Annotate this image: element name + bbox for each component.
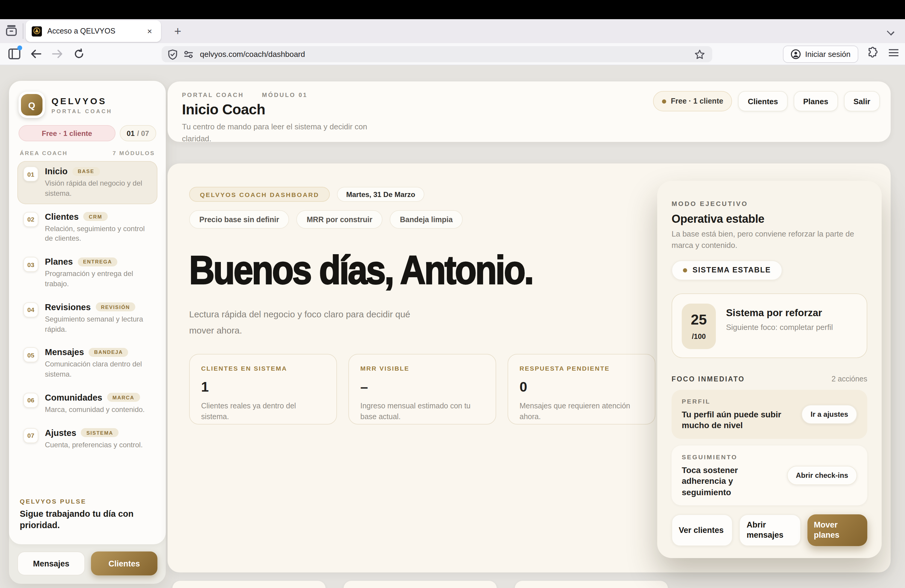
tab-overview-icon[interactable]: [5, 24, 19, 38]
module-tag: ENTREGA: [78, 257, 117, 266]
tab-title: Acceso a QELVYOS: [47, 27, 144, 35]
sidebar-card: Q QELVYOS PORTAL COACH Free · 1 cliente …: [9, 81, 166, 544]
sidebar-mensajes-button[interactable]: Mensajes: [17, 551, 85, 575]
new-tab-button[interactable]: +: [171, 24, 185, 38]
tab-active[interactable]: Acceso a QELVYOS ×: [26, 21, 161, 42]
notification-dot: [17, 46, 22, 50]
sidebar-item-planes[interactable]: 03 PlanesENTREGA Programación y entrega …: [17, 251, 157, 294]
module-list: 01 InicioBASE Visión rápida del negocio …: [17, 161, 157, 494]
sidebar-clientes-button[interactable]: Clientes: [91, 551, 157, 575]
exec-eyebrow: MODO EJECUTIVO: [672, 200, 867, 207]
brand: Q QELVYOS PORTAL COACH: [19, 92, 156, 118]
url-bar[interactable]: qelvyos.com/coach/dashboard: [162, 46, 712, 62]
module-tag: CRM: [84, 212, 108, 221]
progress-current: 01: [127, 129, 135, 137]
module-tag: BANDEJA: [89, 348, 129, 357]
menu-bar: [0, 0, 905, 19]
action-card-seguimiento: SEGUIMIENTO Toca sostener adherencia y s…: [672, 445, 867, 505]
sidebar-item-clientes[interactable]: 02 ClientesCRM Relación, seguimiento y c…: [17, 206, 157, 249]
sidebar: Q QELVYOS PORTAL COACH Free · 1 cliente …: [9, 81, 166, 584]
dashboard-chip: QELVYOS COACH DASHBOARD: [189, 187, 330, 202]
back-button-icon[interactable]: [29, 47, 43, 61]
login-label: Iniciar sesión: [805, 50, 851, 59]
divider: [23, 23, 23, 39]
permissions-sliders-icon[interactable]: [183, 50, 194, 58]
greeting-subtitle: Lectura rápida del negocio y foco claro …: [189, 306, 429, 338]
sidebar-item-revisiones[interactable]: 04 RevisionesREVISIÓN Seguimiento semana…: [17, 297, 157, 340]
executive-panel: MODO EJECUTIVO Operativa estable La base…: [657, 181, 882, 558]
abrir-mensajes-button[interactable]: Abrir mensajes: [740, 514, 801, 546]
sidebar-item-comunidades[interactable]: 06 ComunidadesMARCA Marca, comunidad y c…: [17, 388, 157, 420]
sidebar-item-mensajes[interactable]: 05 MensajesBANDEJA Comunicación clara de…: [17, 342, 157, 385]
below-fold-card: [344, 581, 497, 588]
brand-subtitle: PORTAL COACH: [51, 108, 112, 114]
stat-mrr-card: MRR VISIBLE – Ingreso mensual estimado c…: [348, 354, 496, 424]
page-header: PORTAL COACH MÓDULO 01 Inicio Coach Tu c…: [168, 81, 891, 142]
score-card: 25 /100 Sistema por reforzar Siguiente f…: [672, 293, 867, 358]
account-icon: [791, 49, 801, 59]
header-clientes-button[interactable]: Clientes: [738, 91, 788, 111]
header-salir-button[interactable]: Salir: [844, 91, 880, 111]
browser-toolbar: qelvyos.com/coach/dashboard Iniciar sesi…: [0, 43, 905, 65]
foco-label: FOCO INMEDIATO: [672, 375, 745, 382]
module-tag: BASE: [72, 167, 100, 176]
status-dot: [662, 99, 666, 103]
reload-button-icon[interactable]: [72, 47, 86, 61]
shield-icon[interactable]: [168, 49, 178, 60]
tab-strip: Acceso a QELVYOS × +: [0, 19, 905, 43]
extensions-puzzle-icon[interactable]: [867, 47, 879, 58]
score-subtitle: Siguiente foco: completar perfil: [726, 323, 833, 331]
exec-title: Operativa estable: [672, 213, 867, 226]
pulse-block: QELVYOS PULSE Sigue trabajando tu día co…: [20, 498, 155, 531]
brand-name: QELVYOS: [51, 95, 112, 106]
sidebar-item-ajustes[interactable]: 07 AjustesSISTEMA Cuenta, preferencias y…: [17, 423, 157, 456]
system-status-pill: SISTEMA ESTABLE: [672, 260, 782, 280]
menu-hamburger-icon[interactable]: [888, 48, 899, 57]
eyebrow-modulo: MÓDULO 01: [262, 92, 308, 98]
module-tag: MARCA: [107, 393, 140, 402]
section-label-left: ÁREA COACH: [20, 150, 68, 156]
page-subtitle: Tu centro de mando para leer el sistema …: [182, 121, 373, 144]
site-favicon-icon: [32, 26, 42, 36]
chip-mrr: MRR por construir: [297, 210, 383, 229]
sidebar-item-inicio[interactable]: 01 InicioBASE Visión rápida del negocio …: [17, 161, 157, 204]
forward-button-icon[interactable]: [50, 47, 65, 61]
chip-bandeja: Bandeja limpia: [390, 210, 463, 229]
brand-logo-icon: Q: [21, 94, 43, 116]
header-planes-button[interactable]: Planes: [794, 91, 838, 111]
below-fold-card: [515, 581, 668, 588]
browser-window: Acceso a QELVYOS × + qelvyos.com/coach/d…: [0, 0, 905, 588]
chip-precio-base: Precio base sin definir: [189, 210, 289, 229]
ir-a-ajustes-button[interactable]: Ir a ajustes: [802, 404, 857, 424]
tab-close-icon[interactable]: ×: [144, 26, 155, 37]
stat-clientes-card: CLIENTES EN SISTEMA 1 Clientes reales ya…: [189, 354, 337, 424]
plan-badge: Free · 1 cliente: [19, 125, 115, 141]
sidebar-toggle-icon[interactable]: [7, 47, 22, 61]
progress-total: / 07: [137, 129, 149, 137]
progress-badge: 01 / 07: [119, 125, 156, 141]
module-tag: REVISIÓN: [95, 303, 135, 311]
tab-list-chevron-icon[interactable]: [887, 27, 894, 35]
plan-status-pill: Free · 1 cliente: [653, 91, 732, 111]
ver-clientes-button[interactable]: Ver clientes: [672, 514, 733, 546]
stat-respuesta-card: RESPUESTA PENDIENTE 0 Mensajes que requi…: [508, 354, 656, 424]
bookmark-star-icon[interactable]: [694, 49, 705, 60]
mover-planes-button[interactable]: Mover planes: [807, 514, 867, 546]
pulse-text: Sigue trabajando tu día con prioridad.: [20, 509, 143, 531]
module-tag: SISTEMA: [81, 428, 119, 437]
abrir-checkins-button[interactable]: Abrir check-ins: [787, 466, 857, 485]
pulse-label: QELVYOS PULSE: [20, 498, 155, 505]
exec-description: La base está bien, pero conviene reforza…: [672, 229, 866, 251]
eyebrow-portal: PORTAL COACH: [182, 92, 244, 98]
url-text[interactable]: qelvyos.com/coach/dashboard: [200, 50, 694, 59]
section-label-right: 7 MÓDULOS: [113, 150, 155, 156]
brand-logo: Q: [19, 92, 45, 118]
action-card-perfil: PERFIL Tu perfil aún puede subir mucho d…: [672, 389, 867, 439]
sidebar-section-header: ÁREA COACH 7 MÓDULOS: [20, 150, 155, 156]
score-title: Sistema por reforzar: [726, 307, 833, 318]
foco-count: 2 acciónes: [831, 375, 867, 383]
browser-login-button[interactable]: Iniciar sesión: [783, 46, 858, 63]
page-content: Q QELVYOS PORTAL COACH Free · 1 cliente …: [0, 65, 905, 588]
score-badge: 25 /100: [682, 303, 716, 349]
date-chip: Martes, 31 De Marzo: [337, 187, 424, 202]
